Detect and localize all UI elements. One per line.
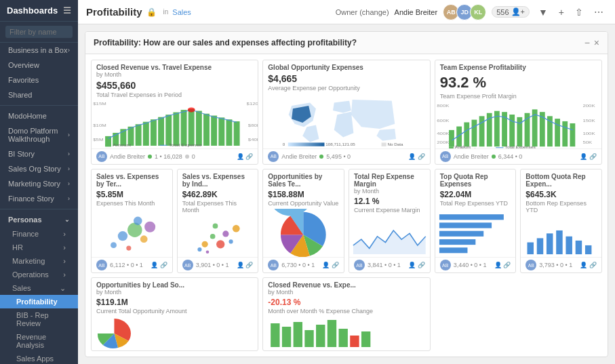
tile-team-expense[interactable]: Team Expense Profitability 93.2 % Team E… bbox=[435, 60, 602, 165]
svg-text:$80K: $80K bbox=[248, 123, 258, 127]
tile-opportunities-team[interactable]: Opportunities by Sales Te... $158.88M Cu… bbox=[262, 169, 344, 274]
sidebar-sub-profitability[interactable]: Profitability bbox=[0, 295, 78, 308]
sidebar-item-modohome[interactable]: ModoHome bbox=[0, 108, 78, 123]
svg-text:Total Expenses: Total Expenses bbox=[504, 146, 535, 148]
add-button[interactable]: + bbox=[555, 5, 568, 20]
tile-sales-industry[interactable]: Sales vs. Expenses by Ind... $462.89K To… bbox=[177, 169, 259, 274]
sidebar-title: Dashboards bbox=[7, 5, 58, 16]
tile4-title: Sales vs. Expenses by Ter... bbox=[96, 173, 167, 188]
sidebar-item-overview[interactable]: Overview bbox=[0, 58, 78, 73]
sidebar-item-domo-platform[interactable]: Domo PlatformWalkthrough› bbox=[0, 123, 78, 146]
tile11-value: -20.13 % bbox=[263, 297, 429, 308]
avatar-small: AB bbox=[96, 151, 107, 162]
svg-text:0: 0 bbox=[283, 142, 285, 146]
svg-text:150K: 150K bbox=[582, 119, 595, 123]
sidebar-item-sales-org[interactable]: Sales Org Story› bbox=[0, 161, 78, 176]
avatar-3: KL bbox=[470, 4, 486, 20]
svg-rect-92 bbox=[557, 230, 563, 254]
svg-text:100K: 100K bbox=[582, 132, 595, 136]
sidebar-sub-revenue[interactable]: Revenue Analysis bbox=[0, 330, 78, 352]
divider bbox=[0, 105, 78, 106]
svg-text:$120K: $120K bbox=[247, 102, 258, 106]
tile11-chart bbox=[263, 317, 429, 350]
share-button[interactable]: ⇧ bbox=[572, 5, 587, 20]
sidebar-search-container bbox=[0, 22, 78, 43]
svg-rect-86 bbox=[439, 230, 483, 236]
svg-rect-63 bbox=[449, 146, 454, 148]
svg-rect-20 bbox=[211, 116, 217, 146]
svg-point-76 bbox=[210, 233, 215, 239]
svg-rect-91 bbox=[547, 233, 553, 254]
svg-rect-15 bbox=[173, 113, 179, 146]
tile7-subtitle: by Month bbox=[354, 188, 425, 195]
tile-top-quota[interactable]: Top Quota Rep Expenses $22.04M Total Rep… bbox=[435, 169, 517, 274]
svg-text:400K: 400K bbox=[437, 132, 450, 136]
svg-rect-32 bbox=[382, 142, 386, 146]
search-input[interactable] bbox=[5, 26, 73, 38]
sidebar-item-business[interactable]: Business in a Box› bbox=[0, 43, 78, 58]
svg-point-69 bbox=[127, 222, 142, 237]
more-button[interactable]: ⋯ bbox=[591, 5, 607, 20]
svg-rect-94 bbox=[576, 240, 582, 254]
tile6-value: $158.88M bbox=[263, 189, 344, 200]
minimize-button[interactable]: − bbox=[584, 37, 590, 48]
tile-bottom-quota[interactable]: Bottom Quota Rep Expen... $645.3K Bottom… bbox=[520, 169, 602, 274]
user-badge[interactable]: 556 👤+ bbox=[492, 6, 530, 18]
sidebar-sub-operations[interactable]: Operations › bbox=[0, 268, 78, 281]
sidebar-item-bi-story[interactable]: BI Story› bbox=[0, 146, 78, 161]
tile-closed-vs-expense[interactable]: Closed Revenue vs. Expe... by Month -20.… bbox=[262, 277, 430, 351]
svg-point-24 bbox=[188, 108, 195, 113]
tile9-title: Bottom Quota Rep Expen... bbox=[525, 173, 597, 188]
sidebar-sub-marketing[interactable]: Marketing › bbox=[0, 254, 78, 268]
tile3-title: Team Expense Profitability bbox=[440, 64, 597, 71]
sidebar-sub-bib[interactable]: BIB - Rep Review bbox=[0, 308, 78, 330]
avatar-small: AB bbox=[268, 151, 279, 162]
sidebar-item-marketing[interactable]: Marketing Story› bbox=[0, 176, 78, 191]
dashboard-area: Profitability: How are our sales and exp… bbox=[78, 24, 615, 364]
tile9-footer: AB 3,793 • 0 • 1 👤 🔗 bbox=[521, 257, 601, 272]
divider bbox=[0, 209, 78, 209]
breadcrumb[interactable]: Sales bbox=[172, 8, 191, 16]
svg-rect-18 bbox=[196, 111, 202, 146]
tile1-sub: Total Travel Expenses in Period bbox=[92, 92, 258, 100]
svg-rect-89 bbox=[528, 242, 534, 254]
dashboard-panel: Profitability: How are our sales and exp… bbox=[85, 31, 608, 357]
svg-point-81 bbox=[212, 223, 218, 228]
svg-text:No Data: No Data bbox=[388, 142, 403, 146]
svg-rect-84 bbox=[439, 214, 504, 220]
sidebar-item-finance[interactable]: Finance Story› bbox=[0, 191, 78, 206]
tile11-title: Closed Revenue vs. Expe... bbox=[268, 281, 424, 289]
sidebar-sub-hr[interactable]: HR › bbox=[0, 241, 78, 254]
tile-opportunities-lead[interactable]: Opportunities by Lead So... by Month $11… bbox=[91, 277, 258, 351]
tile-global-expenses[interactable]: Global Opportunity Expenses $4,665 Avera… bbox=[262, 60, 430, 165]
avatar-small: AB bbox=[440, 260, 451, 270]
svg-rect-95 bbox=[585, 245, 591, 254]
sidebar-group-personas[interactable]: Personas⌄ bbox=[0, 212, 78, 227]
sidebar-item-shared[interactable]: Shared bbox=[0, 87, 78, 102]
filter-button[interactable]: ▼ bbox=[535, 5, 551, 20]
page-title: Profitability bbox=[86, 6, 142, 18]
sidebar-sub-sales-apps[interactable]: Sales Apps bbox=[0, 352, 78, 364]
sidebar-item-favorites[interactable]: Favorites bbox=[0, 73, 78, 87]
tile5-value: $462.89K bbox=[178, 189, 258, 200]
tile3-footer: AB Andie Breiter 6,344 • 0 👤 🔗 bbox=[435, 148, 601, 164]
svg-rect-21 bbox=[218, 117, 224, 146]
sidebar-collapse-icon[interactable]: ☰ bbox=[63, 5, 71, 16]
tile5-sub: Total Expenses This Month bbox=[178, 200, 258, 216]
add-user-icon: 👤+ bbox=[511, 7, 525, 16]
close-button[interactable]: × bbox=[594, 37, 599, 48]
avatar-group: AB JD KL bbox=[443, 4, 486, 20]
tile1-subtitle: by Month bbox=[96, 71, 253, 78]
tile8-title: Top Quota Rep Expenses bbox=[440, 173, 511, 188]
tile-sales-territory[interactable]: Sales vs. Expenses by Ter... $5.85M Expe… bbox=[91, 169, 173, 274]
chevron-icon: › bbox=[68, 47, 70, 54]
svg-point-68 bbox=[118, 231, 127, 241]
tile-rep-expense-margin[interactable]: Total Rep Expense Margin by Month 12.1 %… bbox=[349, 169, 431, 274]
sidebar-sub-finance[interactable]: Finance › bbox=[0, 227, 78, 241]
svg-rect-96 bbox=[271, 323, 279, 347]
sidebar-sub-sales[interactable]: Sales ⌄ bbox=[0, 281, 78, 295]
tile8-footer: AB 3,440 • 0 • 1 👤 🔗 bbox=[435, 257, 516, 272]
svg-text:$5M: $5M bbox=[93, 138, 103, 141]
svg-text:Amount: Amount bbox=[113, 144, 131, 147]
tile-closed-revenue[interactable]: Closed Revenue vs. Travel Expense by Mon… bbox=[91, 60, 258, 165]
